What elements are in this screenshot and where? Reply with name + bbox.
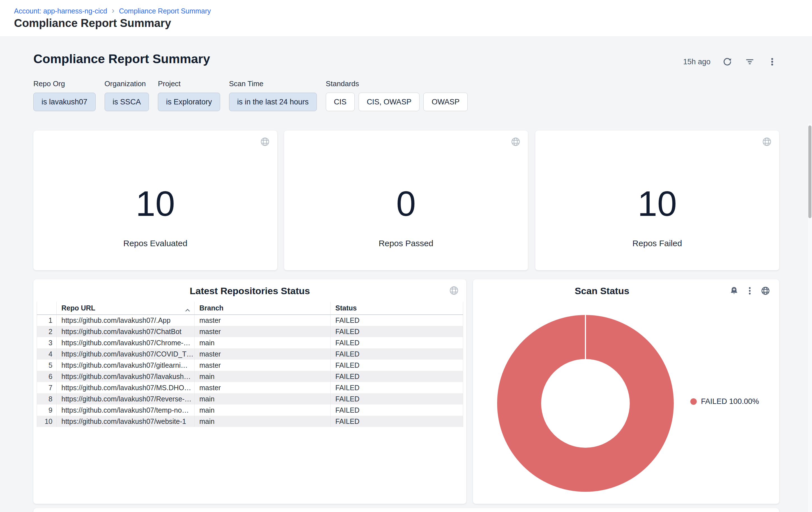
filter-chip[interactable]: CIS bbox=[326, 92, 355, 111]
filter-chip-row: CISCIS, OWASPOWASP bbox=[326, 92, 468, 111]
filter-chip[interactable]: is Exploratory bbox=[158, 92, 220, 111]
stat-value: 10 bbox=[33, 186, 277, 222]
stat-value: 0 bbox=[284, 186, 528, 222]
latest-repositories-panel: Latest Repositories Status Repo URL bbox=[33, 279, 466, 504]
cell-num: 2 bbox=[37, 326, 57, 337]
scrollbar-thumb[interactable] bbox=[808, 126, 811, 218]
filter-chip[interactable]: is in the last 24 hours bbox=[229, 92, 317, 111]
panel-title: Latest Repositories Status bbox=[33, 286, 466, 296]
cell-num: 8 bbox=[37, 393, 57, 404]
filter-chip[interactable]: is lavakush07 bbox=[33, 92, 96, 111]
column-header-repo-url[interactable]: Repo URL bbox=[57, 302, 195, 315]
stat-card-repos-evaluated: 10 Repos Evaluated bbox=[33, 131, 277, 270]
cell-branch: main bbox=[195, 416, 330, 427]
cell-status: FAILED bbox=[330, 404, 463, 416]
filter-label: Standards bbox=[326, 79, 468, 88]
column-header-branch[interactable]: Branch bbox=[195, 302, 330, 315]
filter-chip[interactable]: OWASP bbox=[424, 92, 468, 111]
sort-ascending-icon bbox=[185, 306, 191, 310]
filter-group: Scan Timeis in the last 24 hours bbox=[229, 79, 317, 111]
breadcrumb-account-link[interactable]: Account: app-harness-ng-cicd bbox=[14, 7, 107, 15]
filter-label: Repo Org bbox=[33, 79, 96, 88]
cell-num: 6 bbox=[37, 371, 57, 382]
repo-table-body: 1https://github.com/lavakush07/.Appmaste… bbox=[37, 315, 463, 427]
filter-group: Projectis Exploratory bbox=[158, 79, 220, 111]
table-row: 1https://github.com/lavakush07/.Appmaste… bbox=[37, 315, 463, 326]
cell-url: https://github.com/lavakush07/COVID_T… bbox=[57, 348, 195, 359]
filter-chip-row: is in the last 24 hours bbox=[229, 92, 317, 111]
legend-swatch bbox=[690, 398, 697, 405]
cell-status: FAILED bbox=[330, 359, 463, 371]
table-row: 6https://github.com/lavakush07/lavakush…… bbox=[37, 371, 463, 382]
column-header-label: Repo URL bbox=[61, 304, 95, 312]
table-header-row: Repo URL Branch Status bbox=[37, 302, 463, 315]
globe-icon[interactable] bbox=[511, 137, 521, 147]
refresh-icon bbox=[723, 57, 732, 66]
stat-label: Repos Evaluated bbox=[33, 239, 277, 248]
column-header-status[interactable]: Status bbox=[330, 302, 463, 315]
filter-group: StandardsCISCIS, OWASPOWASP bbox=[326, 79, 468, 111]
cell-branch: master bbox=[195, 382, 330, 393]
cell-url: https://github.com/lavakush07/.App bbox=[57, 315, 195, 326]
chart-legend[interactable]: FAILED 100.00% bbox=[690, 397, 759, 406]
kebab-menu-icon[interactable] bbox=[745, 286, 755, 296]
table-row: 7https://github.com/lavakush07/MS.DHO…ma… bbox=[37, 382, 463, 393]
globe-icon[interactable] bbox=[449, 286, 459, 296]
stat-card-repos-passed: 0 Repos Passed bbox=[284, 131, 528, 270]
cell-url: https://github.com/lavakush07/ChatBot bbox=[57, 326, 195, 337]
filter-chip-row: is SSCA bbox=[105, 92, 149, 111]
cell-url: https://github.com/lavakush07/lavakush… bbox=[57, 371, 195, 382]
cell-num: 4 bbox=[37, 348, 57, 359]
cell-branch: master bbox=[195, 326, 330, 337]
filter-chip[interactable]: is SSCA bbox=[105, 92, 149, 111]
cell-status: FAILED bbox=[330, 337, 463, 348]
filter-icon bbox=[745, 57, 755, 66]
filter-button[interactable] bbox=[744, 56, 755, 68]
cell-num: 1 bbox=[37, 315, 57, 326]
cell-url: https://github.com/lavakush07/temp-no… bbox=[57, 404, 195, 416]
breadcrumb-separator-icon: › bbox=[112, 6, 114, 16]
table-row: 3https://github.com/lavakush07/Chrome-…m… bbox=[37, 337, 463, 348]
cell-status: FAILED bbox=[330, 393, 463, 404]
cell-status: FAILED bbox=[330, 371, 463, 382]
filter-chip[interactable]: CIS, OWASP bbox=[358, 92, 420, 111]
app-header: Account: app-harness-ng-cicd › Complianc… bbox=[0, 0, 812, 37]
stat-card-repos-failed: 10 Repos Failed bbox=[535, 131, 779, 270]
column-header-index bbox=[37, 302, 57, 315]
cell-url: https://github.com/lavakush07/website-1 bbox=[57, 416, 195, 427]
cell-num: 3 bbox=[37, 337, 57, 348]
cell-num: 7 bbox=[37, 382, 57, 393]
filter-bar: Repo Orgis lavakush07Organizationis SSCA… bbox=[33, 79, 468, 111]
scrollbar-track[interactable] bbox=[807, 124, 812, 512]
globe-icon[interactable] bbox=[761, 286, 770, 296]
alert-bell-icon[interactable] bbox=[729, 286, 739, 296]
refresh-button[interactable] bbox=[722, 56, 733, 68]
cell-url: https://github.com/lavakush07/MS.DHO… bbox=[57, 382, 195, 393]
cell-status: FAILED bbox=[330, 326, 463, 337]
cell-num: 9 bbox=[37, 404, 57, 416]
cell-status: FAILED bbox=[330, 348, 463, 359]
filter-group: Repo Orgis lavakush07 bbox=[33, 79, 96, 111]
repo-table: Repo URL Branch Status 1https://github.c… bbox=[37, 302, 463, 427]
cell-url: https://github.com/lavakush07/Chrome-… bbox=[57, 337, 195, 348]
cell-status: FAILED bbox=[330, 382, 463, 393]
cell-branch: master bbox=[195, 315, 330, 326]
cell-url: https://github.com/lavakush07/Reverse-… bbox=[57, 393, 195, 404]
stat-label: Repos Passed bbox=[284, 239, 528, 248]
kebab-menu-icon bbox=[767, 57, 777, 66]
cell-branch: master bbox=[195, 348, 330, 359]
filter-group: Organizationis SSCA bbox=[105, 79, 149, 111]
breadcrumb-page-link[interactable]: Compliance Report Summary bbox=[119, 7, 211, 15]
filter-label: Scan Time bbox=[229, 79, 317, 88]
globe-icon[interactable] bbox=[762, 137, 772, 147]
dashboard-controls: 15h ago bbox=[683, 54, 778, 69]
donut-ring[interactable] bbox=[497, 315, 674, 492]
filter-label: Project bbox=[158, 79, 220, 88]
dashboard-menu-button[interactable] bbox=[766, 56, 778, 68]
table-row: 9https://github.com/lavakush07/temp-no…m… bbox=[37, 404, 463, 416]
cell-status: FAILED bbox=[330, 315, 463, 326]
cell-url: https://github.com/lavakush07/gitlearni… bbox=[57, 359, 195, 371]
table-row: 5https://github.com/lavakush07/gitlearni… bbox=[37, 359, 463, 371]
globe-icon[interactable] bbox=[260, 137, 270, 147]
legend-label: FAILED 100.00% bbox=[701, 397, 759, 406]
